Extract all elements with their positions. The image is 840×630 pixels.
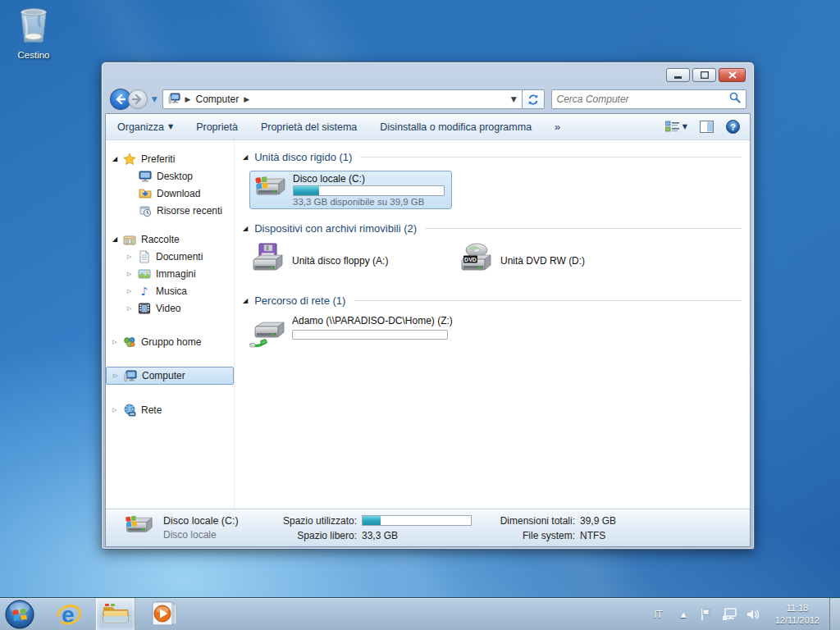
address-bar[interactable]: ▶ Computer ▶ ▼ bbox=[162, 89, 523, 109]
organize-menu-button[interactable]: Organizza▼ bbox=[117, 121, 173, 133]
dvd-drive-name: Unità DVD RW (D:) bbox=[500, 255, 585, 267]
section-header-removable[interactable]: ◢ Dispositivi con archivi rimovibili (2) bbox=[241, 220, 745, 236]
action-center-flag-icon[interactable] bbox=[695, 608, 717, 621]
section-expanded-icon[interactable]: ◢ bbox=[243, 297, 248, 304]
sidebar-item-desktop[interactable]: Desktop bbox=[106, 167, 234, 185]
collapsed-arrow-icon[interactable]: ▷ bbox=[113, 372, 124, 379]
sidebar-item-computer[interactable]: ▷ Computer bbox=[106, 367, 234, 385]
help-button[interactable]: ? bbox=[726, 120, 740, 134]
chevron-down-icon: ▼ bbox=[682, 123, 687, 130]
clock[interactable]: 11:18 12/11/2012 bbox=[765, 602, 828, 627]
maximize-button[interactable] bbox=[692, 68, 716, 82]
sidebar-item-recent-places[interactable]: Risorse recenti bbox=[106, 202, 234, 219]
language-indicator[interactable]: IT bbox=[644, 609, 673, 620]
change-view-button[interactable]: ▼ bbox=[665, 121, 687, 133]
title-bar[interactable] bbox=[102, 62, 754, 85]
sidebar-item-documents[interactable]: ▷ Documenti bbox=[106, 248, 234, 265]
drive-item-c[interactable]: Disco locale (C:) 33,3 GB disponibile su… bbox=[249, 171, 452, 209]
breadcrumb-separator-icon[interactable]: ▶ bbox=[244, 95, 249, 103]
recycle-bin-label: Cestino bbox=[10, 50, 57, 60]
details-drive-icon bbox=[124, 512, 153, 544]
sidebar-item-homegroup[interactable]: ▷ Gruppo home bbox=[106, 333, 234, 350]
sidebar-item-music[interactable]: ▷ ♪ Musica bbox=[106, 282, 234, 299]
toolbar-overflow-button[interactable]: » bbox=[555, 121, 560, 133]
documents-icon bbox=[138, 250, 151, 263]
search-box[interactable] bbox=[551, 89, 746, 109]
preview-pane-icon bbox=[700, 121, 714, 133]
section-header-network[interactable]: ◢ Percorso di rete (1) bbox=[241, 292, 745, 308]
start-button[interactable] bbox=[5, 600, 34, 629]
svg-text:?: ? bbox=[730, 122, 736, 132]
expanded-arrow-icon[interactable]: ◢ bbox=[112, 235, 123, 243]
media-player-icon bbox=[150, 601, 178, 628]
download-folder-icon bbox=[139, 187, 152, 200]
network-drive-usage-bar bbox=[292, 330, 448, 340]
computer-icon bbox=[124, 369, 137, 382]
items-view: ◢ Unità disco rigido (1) bbox=[235, 140, 750, 509]
preview-pane-button[interactable] bbox=[700, 121, 714, 133]
computer-crumb-icon bbox=[168, 93, 180, 107]
show-hidden-icons-button[interactable]: ▲ bbox=[673, 610, 695, 619]
drive-c-name: Disco locale (C:) bbox=[293, 173, 445, 185]
music-icon: ♪ bbox=[138, 285, 151, 298]
explorer-folder-icon bbox=[102, 603, 130, 626]
refresh-button[interactable] bbox=[523, 89, 545, 109]
tray-date: 12/11/2012 bbox=[775, 614, 819, 627]
navigation-bar: ▼ ▶ Computer ▶ ▼ bbox=[102, 85, 754, 113]
forward-button[interactable] bbox=[128, 89, 148, 109]
section-rule bbox=[354, 300, 742, 301]
media-player-button[interactable] bbox=[150, 601, 178, 628]
details-total-value: 39,9 GB bbox=[580, 515, 616, 527]
breadcrumb-computer[interactable]: Computer bbox=[196, 94, 240, 105]
collapsed-arrow-icon[interactable]: ▷ bbox=[112, 339, 123, 345]
command-bar: Organizza▼ Proprietà Proprietà del siste… bbox=[106, 114, 750, 140]
drive-item-dvd[interactable]: DVD Unità DVD RW (D:) bbox=[458, 241, 666, 281]
breadcrumb-separator-icon: ▶ bbox=[185, 95, 191, 103]
recent-places-icon bbox=[139, 204, 152, 217]
floppy-drive-icon bbox=[249, 241, 285, 281]
explorer-taskbar-button[interactable] bbox=[96, 598, 135, 630]
collapsed-arrow-icon[interactable]: ▷ bbox=[127, 253, 138, 260]
search-icon[interactable] bbox=[729, 92, 741, 107]
explorer-window: ▼ ▶ Computer ▶ ▼ bbox=[101, 62, 755, 550]
videos-icon bbox=[138, 302, 151, 315]
volume-tray-icon[interactable] bbox=[742, 608, 765, 621]
help-icon: ? bbox=[726, 120, 740, 134]
drive-item-network-z[interactable]: Adamo (\\PARADISO-DC\Home) (Z:) bbox=[249, 315, 745, 354]
section-expanded-icon[interactable]: ◢ bbox=[243, 153, 248, 161]
details-total-label: Dimensioni totali: bbox=[483, 515, 575, 527]
search-input[interactable] bbox=[557, 94, 729, 105]
uninstall-program-button[interactable]: Disinstalla o modifica programma bbox=[380, 121, 532, 133]
internet-explorer-button[interactable]: e bbox=[56, 601, 82, 628]
close-button[interactable] bbox=[719, 68, 746, 82]
show-desktop-button[interactable] bbox=[829, 598, 840, 630]
drive-c-usage-bar bbox=[293, 185, 445, 196]
history-dropdown-icon[interactable]: ▼ bbox=[152, 95, 158, 103]
drive-item-floppy[interactable]: Unità disco floppy (A:) bbox=[249, 241, 458, 281]
address-dropdown-icon[interactable]: ▼ bbox=[511, 95, 517, 103]
collapsed-arrow-icon[interactable]: ▷ bbox=[127, 271, 138, 277]
network-tray-icon[interactable] bbox=[717, 608, 742, 621]
sidebar-item-videos[interactable]: ▷ Video bbox=[106, 299, 234, 317]
collapsed-arrow-icon[interactable]: ▷ bbox=[112, 407, 123, 413]
collapsed-arrow-icon[interactable]: ▷ bbox=[127, 288, 138, 294]
section-expanded-icon[interactable]: ◢ bbox=[243, 225, 248, 232]
minimize-button[interactable] bbox=[666, 68, 690, 82]
collapsed-arrow-icon[interactable]: ▷ bbox=[127, 305, 138, 312]
details-fs-value: NTFS bbox=[580, 530, 605, 541]
sidebar-item-network[interactable]: ▷ Rete bbox=[106, 401, 234, 418]
details-drive-type: Disco locale bbox=[163, 529, 268, 541]
details-used-label: Spazio utilizzato: bbox=[268, 515, 357, 527]
section-header-hdd[interactable]: ◢ Unità disco rigido (1) bbox=[241, 148, 745, 165]
sidebar-item-pictures[interactable]: ▷ Immagini bbox=[106, 265, 234, 282]
network-drive-name: Adamo (\\PARADISO-DC\Home) (Z:) bbox=[292, 315, 456, 327]
favorites-star-icon bbox=[123, 153, 136, 166]
recycle-bin-desktop-icon[interactable]: Cestino bbox=[10, 5, 57, 60]
sidebar-item-libraries[interactable]: ◢ Raccolte bbox=[106, 231, 234, 248]
windows-orb-icon bbox=[5, 600, 34, 629]
sidebar-item-download[interactable]: Download bbox=[106, 185, 234, 202]
properties-button[interactable]: Proprietà bbox=[196, 121, 238, 133]
system-properties-button[interactable]: Proprietà del sistema bbox=[261, 121, 357, 133]
expanded-arrow-icon[interactable]: ◢ bbox=[112, 155, 123, 162]
sidebar-item-favorites[interactable]: ◢ Preferiti bbox=[106, 150, 234, 167]
